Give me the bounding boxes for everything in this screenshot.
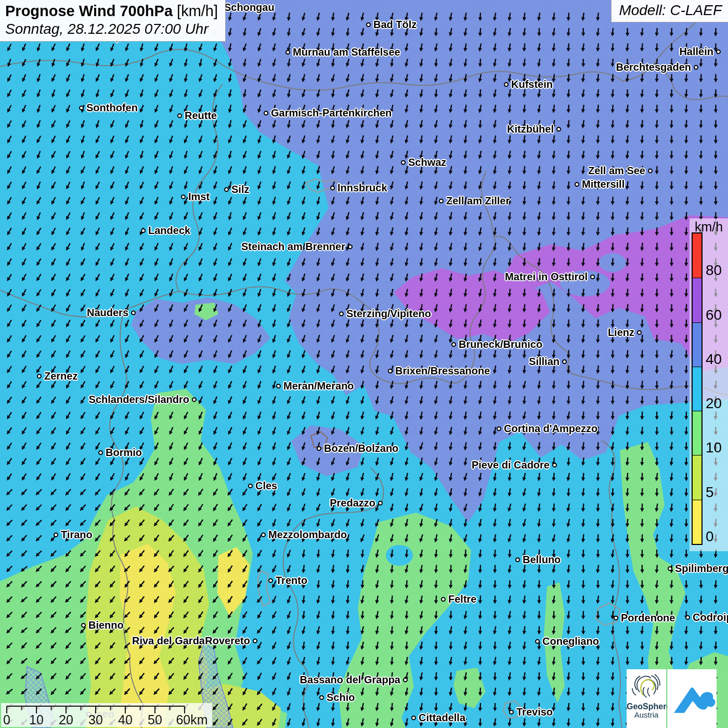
city-label: Bassano del Grappa <box>300 673 408 686</box>
city-marker-icon <box>403 678 408 682</box>
city-name: Conegliano <box>542 635 599 647</box>
city-label: Bruneck/Brunico <box>451 338 542 350</box>
city-marker-icon <box>348 244 353 249</box>
legend-panel: km/h 806040201050 <box>690 218 728 551</box>
city-label: Belluno <box>515 553 561 566</box>
city-name: Pieve di Cadore <box>472 459 550 471</box>
title-parameter: Prognose Wind 700hPa <box>5 3 173 19</box>
legend-color-step <box>693 367 701 411</box>
city-name: Feltre <box>448 593 476 605</box>
scale-tick-label: 50 <box>148 712 162 727</box>
scale-tick-label: 0 <box>3 712 10 727</box>
city-marker-icon <box>268 578 273 583</box>
city-label: Bienno <box>81 619 124 631</box>
city-name: Trento <box>276 575 307 587</box>
city-name: Cortina d'Ampezzo <box>504 423 597 435</box>
geosphere-logo-text: GeoSphere <box>627 702 666 711</box>
city-label: Meran/Merano <box>276 380 354 392</box>
city-marker-icon <box>79 106 84 110</box>
geosphere-logo: GeoSphere Austria <box>627 669 666 728</box>
city-marker-icon <box>648 168 653 173</box>
city-marker-icon <box>37 374 42 379</box>
city-name: Bozen/Bolzano <box>324 443 398 454</box>
legend-value-label: 10 <box>706 440 727 456</box>
city-name: Treviso <box>516 706 553 718</box>
city-name: Murnau am Staffelsee <box>293 46 400 58</box>
scale-tick-label: 40 <box>118 712 133 727</box>
city-name: Rovereto <box>205 635 250 647</box>
city-label: Bozen/Bolzano <box>317 442 398 454</box>
legend-color-step <box>693 500 701 544</box>
legend-value-label: 5 <box>706 485 727 500</box>
city-label: Cittadella <box>411 711 465 724</box>
city-marker-icon <box>552 463 557 467</box>
city-label: Innsbruck <box>330 181 387 194</box>
city-marker-icon <box>685 615 690 620</box>
map-title: Prognose Wind 700hPa [km/h] <box>5 3 218 20</box>
city-name: Schwaz <box>408 157 446 168</box>
city-marker-icon <box>177 113 182 118</box>
city-label: Landeck <box>141 224 190 237</box>
scale-tick-label: 60km <box>176 712 207 727</box>
city-marker-icon <box>285 50 290 55</box>
legend-value-label: 0 <box>706 529 727 544</box>
legend-value-label: 60 <box>706 307 727 323</box>
city-label: Tirano <box>54 528 93 541</box>
city-name: Spilimbergo <box>675 563 728 575</box>
city-marker-icon <box>562 359 567 364</box>
city-label: Predazzo <box>330 497 383 509</box>
city-label: Schwaz <box>401 156 446 168</box>
city-name: Schio <box>327 692 355 704</box>
city-marker-icon <box>439 199 444 203</box>
city-label: Zell am See <box>588 164 653 177</box>
legend-value-label: 40 <box>706 352 727 367</box>
city-name: Zell am See <box>588 165 645 177</box>
city-marker-icon <box>192 397 197 402</box>
scale-bar: 0102030405060km <box>1 703 212 727</box>
city-marker-icon <box>509 710 514 714</box>
city-name: Steinach am Brenner <box>241 241 345 253</box>
city-name: Belluno <box>523 554 561 566</box>
city-label: Hallein <box>679 45 721 58</box>
city-name: Bassano del Grappa <box>300 674 400 686</box>
city-label: Mittersill <box>575 178 625 190</box>
city-label: Sonthofen <box>79 101 138 114</box>
city-name: Garmisch-Partenkirchen <box>271 107 392 119</box>
city-label: Sillian <box>529 355 567 368</box>
city-label: Murnau am Staffelsee <box>285 46 400 58</box>
city-name: Landeck <box>148 225 190 237</box>
city-label: Mezzolombardo <box>261 528 347 541</box>
city-marker-icon <box>716 49 721 54</box>
title-panel: Prognose Wind 700hPa [km/h] Sonntag, 28.… <box>0 0 226 42</box>
title-unit: [km/h] <box>173 3 218 19</box>
city-name: Predazzo <box>330 497 375 509</box>
legend-value-label: 20 <box>706 396 727 411</box>
city-name: Mezzolombardo <box>268 529 347 541</box>
city-label: Schlanders/Silandro <box>89 393 197 406</box>
city-name: Zell am Ziller <box>446 195 510 207</box>
city-marker-icon <box>261 532 266 537</box>
city-name: Schongau <box>224 2 275 14</box>
city-label: Codroipo <box>685 611 728 623</box>
city-name: Berchtesgaden <box>616 61 692 73</box>
city-label: Cles <box>248 479 277 492</box>
city-marker-icon <box>330 186 335 190</box>
city-marker-icon <box>504 82 509 87</box>
wind-forecast-map-page: SchongauBad TölzKemptenMurnau am Staffel… <box>0 0 728 728</box>
city-name: Cles <box>255 480 277 492</box>
legend-color-step <box>693 411 701 455</box>
city-name: Codroipo <box>693 612 728 623</box>
city-label: Nauders <box>87 306 136 319</box>
valid-time: Sonntag, 28.12.2025 07:00 Uhr <box>5 21 218 37</box>
city-marker-icon <box>575 182 579 187</box>
geosphere-fingerprint-icon <box>630 671 662 701</box>
city-marker-icon <box>441 597 446 602</box>
city-label: Cortina d'Ampezzo <box>497 422 597 435</box>
city-name: Lienz <box>608 327 634 339</box>
legend-color-step <box>693 322 701 367</box>
city-label: Berchtesgaden <box>616 61 699 73</box>
legend-value-label: 80 <box>706 263 727 278</box>
city-marker-icon <box>248 484 253 488</box>
city-marker-icon <box>637 330 642 335</box>
city-label: Steinach am Brenner <box>241 240 353 253</box>
